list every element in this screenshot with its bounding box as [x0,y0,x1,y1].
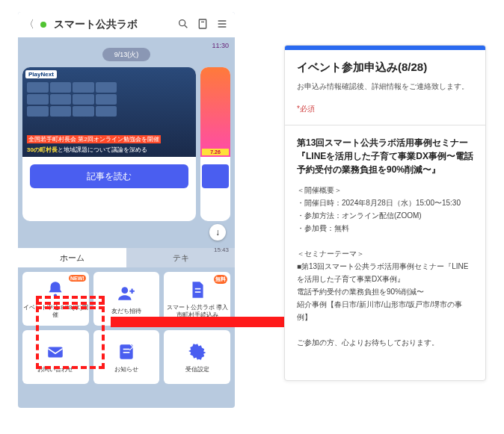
tab-home[interactable]: ホーム [18,248,126,267]
carousel-card-side[interactable]: 7.26 [200,67,230,221]
new-badge: NEW! [69,275,86,282]
chat-title[interactable]: スマート公共ラボ [54,18,170,31]
clock-time: 11:30 [212,42,229,49]
svg-point-7 [54,294,57,297]
tile-label: 受信設定 [185,366,209,373]
notes-icon[interactable] [196,18,209,32]
carousel-card-main[interactable]: PlayNext 全国若手町村長会 第2回オンライン勉強会を開催 30の町村長と… [22,67,196,221]
svg-rect-11 [49,347,64,358]
menu-icon[interactable] [215,18,229,32]
hero-caption-line1: 全国若手町村長会 第2回オンライン勉強会を開催 [27,135,161,143]
side-button[interactable] [202,164,229,188]
document-icon [186,279,209,301]
theme-line: 電話予約受付の業務負担を90%削減〜 [297,285,473,298]
mail-icon [44,341,67,363]
seminar-title: 第13回スマート公共ラボ活用事例セミナー『LINEを活用した子育て事業DX事例〜… [297,136,473,176]
overview-label: ＜開催概要＞ [297,184,473,196]
search-icon[interactable] [176,18,190,32]
svg-rect-9 [194,288,200,290]
line-app-window: 〈 スマート公共ラボ 11:30 9/13(火) PlayNext 全国若手町 [18,12,235,408]
card-spacer [22,196,196,221]
free-badge: 無料 [214,275,227,284]
official-account-dot-icon [40,22,46,28]
download-icon: ↓ [215,227,220,238]
richmenu-tabs: ホーム テキ [18,248,235,267]
tile-settings[interactable]: 受信設定 [164,330,230,384]
google-form-card: イベント参加申込み(8/28) お申込み情報確認後、詳細情報をご連絡致します。 … [284,45,486,381]
hero-brand-tag: PlayNext [25,70,57,78]
svg-rect-14 [123,352,130,353]
person-add-icon [115,282,138,305]
required-indicator: *必須 [297,104,473,114]
tile-label: お問い合わせ [37,366,73,373]
side-hero: 7.26 [200,67,230,157]
tile-label: お知らせ [114,366,138,373]
side-spacer [200,193,230,218]
theme-line: ■第13回スマート公共ラボ活用事例セミナー『LINEを活用した子育て事業DX事例… [297,260,473,285]
carousel[interactable]: PlayNext 全国若手町村長会 第2回オンライン勉強会を開催 30の町村長と… [18,67,235,221]
hero-image: PlayNext 全国若手町村長会 第2回オンライン勉強会を開催 30の町村長と… [22,67,196,157]
note-icon [115,341,138,363]
svg-line-1 [185,25,187,28]
hero-caption: 全国若手町村長会 第2回オンライン勉強会を開催 30の町村長と地域課題について議… [22,128,196,157]
svg-rect-2 [199,19,206,28]
seminar-overview: ＜開催概要＞ ・開催日時：2024年8月28日（水）15:00〜15:30 ・参… [297,184,473,349]
tile-contact[interactable]: お問い合わせ [22,330,89,384]
tile-label: イベント申込 8/28(水)開催 [22,304,89,318]
date-pill: 9/13(火) [102,48,150,61]
svg-rect-10 [194,292,200,294]
zoom-grid-thumb [27,82,117,117]
svg-point-8 [121,288,128,294]
bell-icon [44,279,67,301]
tile-news[interactable]: お知らせ [93,330,160,384]
chat-header: 〈 スマート公共ラボ [18,12,235,37]
message-timestamp: 15:43 [214,247,229,253]
side-date-badge: 7.26 [202,149,229,155]
back-icon[interactable]: 〈 [24,18,34,31]
red-arrow-annotation [111,314,305,330]
form-description: お申込み情報確認後、詳細情報をご連絡致します。 [297,81,473,92]
gear-icon [186,341,209,363]
closing-text: ご参加の方、心よりお待ちしております。 [297,336,473,349]
read-article-button[interactable]: 記事を読む [30,164,188,188]
form-title: イベント参加申込み(8/28) [297,61,473,75]
svg-point-0 [179,19,185,25]
download-button[interactable]: ↓ [209,224,226,241]
tile-event-apply[interactable]: NEW! イベント申込 8/28(水)開催 [22,272,89,326]
theme-label: ＜セミナーテーマ＞ [297,247,473,260]
theme-line: 紹介事例【春日市/新川市/山形市/坂戸市/堺市の事例】 [297,298,473,323]
svg-rect-13 [123,349,130,350]
hero-caption-line2: 30の町村長と地域課題について議論を深める [27,146,191,154]
